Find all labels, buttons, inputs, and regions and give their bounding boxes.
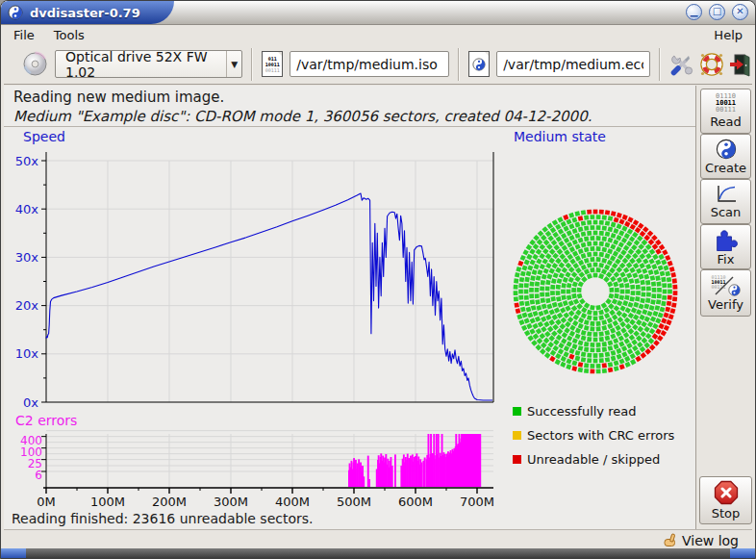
pointing-hand-icon — [663, 533, 678, 547]
lifebuoy-icon — [699, 52, 724, 77]
binary-icon: 01110 10011 00111 — [716, 93, 736, 114]
medium-state-title: Medium state — [514, 129, 606, 144]
speed-chart-title: Speed — [23, 129, 65, 144]
exit-door-icon — [729, 52, 752, 77]
ecc-path-input[interactable] — [496, 51, 650, 77]
titlebar[interactable]: dvdisaster-0.79 ▁ □ ✕ — [1, 1, 755, 25]
legend-item: Unreadable / skipped — [513, 447, 674, 471]
stop-button[interactable]: Stop — [699, 476, 752, 524]
preferences-button[interactable] — [669, 52, 694, 77]
menu-help[interactable]: Help — [704, 26, 752, 44]
app-window: dvdisaster-0.79 ▁ □ ✕ File Tools Help — [0, 0, 756, 559]
c2-errors-title: C2 errors — [15, 413, 77, 428]
yinyang-icon — [716, 139, 737, 160]
footer-bar: View log — [4, 529, 752, 550]
title-tab: dvdisaster-0.79 — [1, 1, 174, 24]
medium-state-legend: Successfully readSectors with CRC errors… — [513, 399, 674, 471]
iso-path-input[interactable] — [290, 51, 449, 77]
read-button[interactable]: 01110 10011 00111 Read — [700, 89, 751, 134]
legend-item: Sectors with CRC errors — [513, 423, 674, 447]
maximize-button[interactable]: □ — [709, 4, 725, 20]
puzzle-icon — [715, 228, 738, 251]
read-button-label: Read — [710, 114, 742, 129]
stop-button-label: Stop — [712, 506, 741, 521]
action-sidebar: 01110 10011 00111 Read Create Scan Fix — [695, 86, 754, 529]
cd-disc-icon — [22, 51, 48, 77]
window-bottom-frame[interactable] — [1, 548, 755, 558]
drive-selector[interactable]: Optical drive 52X FW 1.02 ▼ — [55, 50, 242, 78]
status-line2: Medium "Example disc": CD-ROM mode 1, 36… — [13, 107, 695, 126]
minimize-button[interactable]: ▁ — [686, 4, 702, 20]
verify-button-label: Verify — [708, 297, 743, 312]
legend-label: Successfully read — [527, 404, 636, 419]
legend-swatch — [513, 431, 521, 440]
status-line1: Reading new medium image. — [13, 88, 695, 107]
toolbar-separator — [458, 48, 460, 81]
iso-file-icon: 011 10011 00111 — [262, 51, 283, 77]
verify-icon: 01110 10011 00111 — [712, 275, 741, 296]
help-button[interactable] — [699, 52, 724, 77]
toolbar-separator — [251, 48, 253, 81]
scan-button[interactable]: Scan — [700, 179, 751, 224]
menubar: File Tools Help — [4, 25, 752, 44]
chevron-down-icon: ▼ — [226, 51, 241, 77]
finished-status-text: Reading finished: 23616 unreadable secto… — [12, 511, 314, 526]
read-icon-line: 00111 — [716, 107, 736, 114]
menu-tools[interactable]: Tools — [44, 26, 94, 44]
status-area: Reading new medium image. Medium "Exampl… — [4, 86, 695, 126]
exit-button[interactable] — [729, 52, 752, 77]
window-title: dvdisaster-0.79 — [30, 6, 140, 20]
legend-item: Successfully read — [513, 399, 674, 423]
drive-selector-value: Optical drive 52X FW 1.02 — [56, 49, 226, 80]
verify-button[interactable]: 01110 10011 00111 Verify — [700, 269, 751, 317]
legend-swatch — [513, 455, 521, 464]
legend-swatch — [513, 407, 521, 416]
toolbar: Optical drive 52X FW 1.02 ▼ 011 10011 00… — [4, 44, 752, 85]
fix-button-label: Fix — [718, 252, 735, 267]
create-button-label: Create — [705, 161, 746, 175]
view-log-button[interactable]: View log — [663, 533, 739, 548]
app-yinyang-icon — [8, 5, 23, 20]
view-log-label: View log — [682, 533, 739, 548]
resize-grip-left[interactable] — [1, 548, 26, 558]
scan-button-label: Scan — [711, 205, 742, 219]
fix-button[interactable]: Fix — [700, 224, 751, 269]
stop-icon — [714, 480, 739, 505]
resize-grip-right[interactable] — [730, 548, 755, 558]
ecc-file-icon — [468, 51, 490, 77]
close-button[interactable]: ✕ — [732, 4, 748, 20]
tools-icon — [669, 52, 694, 77]
legend-label: Unreadable / skipped — [527, 452, 660, 467]
create-button[interactable]: Create — [700, 134, 751, 179]
menu-file[interactable]: File — [4, 26, 44, 44]
scan-chart-icon — [715, 185, 738, 204]
iso-icon-line: 00111 — [265, 67, 280, 73]
toolbar-separator — [659, 48, 661, 81]
legend-label: Sectors with CRC errors — [527, 428, 674, 443]
